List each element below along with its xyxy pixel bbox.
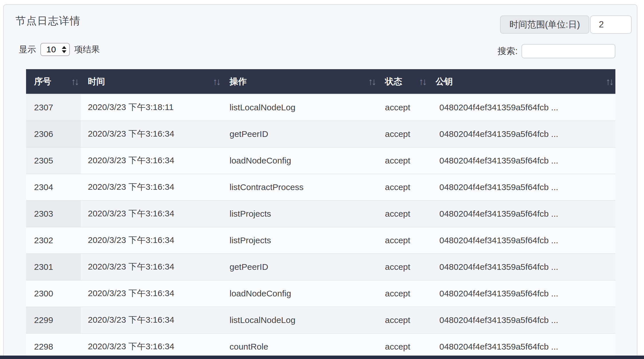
cell-seq: 2307 — [26, 94, 81, 121]
sort-icon: ↑↓ — [213, 76, 220, 87]
select-spinner-icon — [62, 46, 66, 53]
cell-time: 2020/3/23 下午3:16:34 — [81, 174, 222, 200]
cell-status: accept — [378, 227, 428, 254]
cell-status: accept — [378, 94, 428, 121]
table-row: 23072020/3/23 下午3:18:11listLocalNodeLoga… — [26, 94, 615, 121]
node-log-panel: 节点日志详情 显示 10 项结果 时间范围(单位:日) 搜索: 序号↑↓时间↑↓… — [3, 4, 637, 359]
time-range-input[interactable] — [590, 15, 632, 34]
cell-pubkey: 0480204f4ef341359a5f64fcb ... — [428, 307, 615, 333]
cell-pubkey: 0480204f4ef341359a5f64fcb ... — [428, 94, 615, 121]
column-header-label: 状态 — [385, 77, 402, 86]
cell-pubkey: 0480204f4ef341359a5f64fcb ... — [428, 174, 615, 200]
cell-status: accept — [378, 174, 428, 200]
cell-time: 2020/3/23 下午3:16:34 — [81, 147, 222, 174]
cell-pubkey: 0480204f4ef341359a5f64fcb ... — [428, 147, 615, 174]
spinner-down-icon — [62, 50, 66, 53]
cell-time: 2020/3/23 下午3:16:34 — [81, 254, 222, 280]
spinner-up-icon — [62, 46, 66, 49]
cell-seq: 2300 — [26, 280, 81, 307]
cell-time: 2020/3/23 下午3:16:34 — [81, 121, 222, 147]
table-row: 23002020/3/23 下午3:16:34loadNodeConfigacc… — [26, 280, 615, 307]
cell-seq: 2303 — [26, 200, 81, 227]
cell-pubkey: 0480204f4ef341359a5f64fcb ... — [428, 254, 615, 280]
column-header-label: 时间 — [88, 77, 105, 86]
column-header-label: 序号 — [34, 77, 51, 86]
cell-seq: 2302 — [26, 227, 81, 254]
time-range-label: 时间范围(单位:日) — [500, 15, 589, 34]
page-title: 节点日志详情 — [15, 14, 81, 28]
page-length-select[interactable]: 10 — [40, 43, 70, 56]
table-row: 23032020/3/23 下午3:16:34listProjectsaccep… — [26, 200, 615, 227]
sort-icon: ↑↓ — [419, 76, 426, 87]
bottom-bar — [0, 356, 644, 359]
cell-pubkey: 0480204f4ef341359a5f64fcb ... — [428, 200, 615, 227]
sort-icon: ↑↓ — [368, 76, 375, 87]
column-header-label: 操作 — [230, 77, 247, 86]
page-length-value: 10 — [46, 45, 56, 54]
search-control: 搜索: — [497, 44, 615, 58]
column-header-status[interactable]: 状态↑↓ — [378, 69, 428, 94]
table-header: 序号↑↓时间↑↓操作↑↓状态↑↓公钥↑↓ — [26, 69, 615, 94]
table-row: 23042020/3/23 下午3:16:34listContractProce… — [26, 174, 615, 200]
cell-pubkey: 0480204f4ef341359a5f64fcb ... — [428, 121, 615, 147]
cell-op: listProjects — [222, 227, 378, 254]
table-row: 23062020/3/23 下午3:16:34getPeerIDaccept04… — [26, 121, 615, 147]
cell-time: 2020/3/23 下午3:18:11 — [81, 94, 222, 121]
cell-pubkey: 0480204f4ef341359a5f64fcb ... — [428, 227, 615, 254]
table-header-row: 序号↑↓时间↑↓操作↑↓状态↑↓公钥↑↓ — [26, 69, 615, 94]
cell-seq: 2304 — [26, 174, 81, 200]
cell-seq: 2305 — [26, 147, 81, 174]
cell-status: accept — [378, 147, 428, 174]
search-label: 搜索: — [497, 45, 518, 57]
cell-status: accept — [378, 280, 428, 307]
length-label-after: 项结果 — [74, 44, 100, 55]
sort-icon: ↑↓ — [606, 76, 613, 87]
cell-time: 2020/3/23 下午3:16:34 — [81, 307, 222, 333]
cell-seq: 2299 — [26, 307, 81, 333]
cell-op: countRole — [222, 333, 378, 359]
cell-op: getPeerID — [222, 254, 378, 280]
cell-op: listProjects — [222, 200, 378, 227]
cell-status: accept — [378, 200, 428, 227]
cell-op: listLocalNodeLog — [222, 94, 378, 121]
cell-pubkey: 0480204f4ef341359a5f64fcb ... — [428, 333, 615, 359]
cell-op: getPeerID — [222, 121, 378, 147]
node-log-table: 序号↑↓时间↑↓操作↑↓状态↑↓公钥↑↓ 23072020/3/23 下午3:1… — [26, 69, 615, 359]
cell-time: 2020/3/23 下午3:16:34 — [81, 333, 222, 359]
cell-status: accept — [378, 333, 428, 359]
cell-time: 2020/3/23 下午3:16:34 — [81, 280, 222, 307]
table-row: 22982020/3/23 下午3:16:34countRoleaccept04… — [26, 333, 615, 359]
column-header-time[interactable]: 时间↑↓ — [81, 69, 222, 94]
cell-status: accept — [378, 254, 428, 280]
cell-op: loadNodeConfig — [222, 147, 378, 174]
time-range-group: 时间范围(单位:日) — [500, 15, 632, 34]
table-row: 23012020/3/23 下午3:16:34getPeerIDaccept04… — [26, 254, 615, 280]
cell-seq: 2298 — [26, 333, 81, 359]
search-input[interactable] — [521, 44, 615, 58]
cell-status: accept — [378, 121, 428, 147]
table-body: 23072020/3/23 下午3:18:11listLocalNodeLoga… — [26, 94, 615, 359]
sort-icon: ↑↓ — [71, 76, 78, 87]
cell-seq: 2306 — [26, 121, 81, 147]
column-header-op[interactable]: 操作↑↓ — [222, 69, 378, 94]
cell-status: accept — [378, 307, 428, 333]
cell-seq: 2301 — [26, 254, 81, 280]
cell-op: listContractProcess — [222, 174, 378, 200]
page-length-control: 显示 10 项结果 — [19, 43, 100, 56]
cell-op: loadNodeConfig — [222, 280, 378, 307]
cell-time: 2020/3/23 下午3:16:34 — [81, 227, 222, 254]
table-row: 23052020/3/23 下午3:16:34loadNodeConfigacc… — [26, 147, 615, 174]
length-label-before: 显示 — [19, 44, 36, 55]
table-row: 23022020/3/23 下午3:16:34listProjectsaccep… — [26, 227, 615, 254]
column-header-seq[interactable]: 序号↑↓ — [26, 69, 81, 94]
column-header-label: 公钥 — [436, 77, 453, 86]
table-row: 22992020/3/23 下午3:16:34listLocalNodeLoga… — [26, 307, 615, 333]
cell-time: 2020/3/23 下午3:16:34 — [81, 200, 222, 227]
cell-op: listLocalNodeLog — [222, 307, 378, 333]
column-header-pubkey[interactable]: 公钥↑↓ — [428, 69, 615, 94]
cell-pubkey: 0480204f4ef341359a5f64fcb ... — [428, 280, 615, 307]
